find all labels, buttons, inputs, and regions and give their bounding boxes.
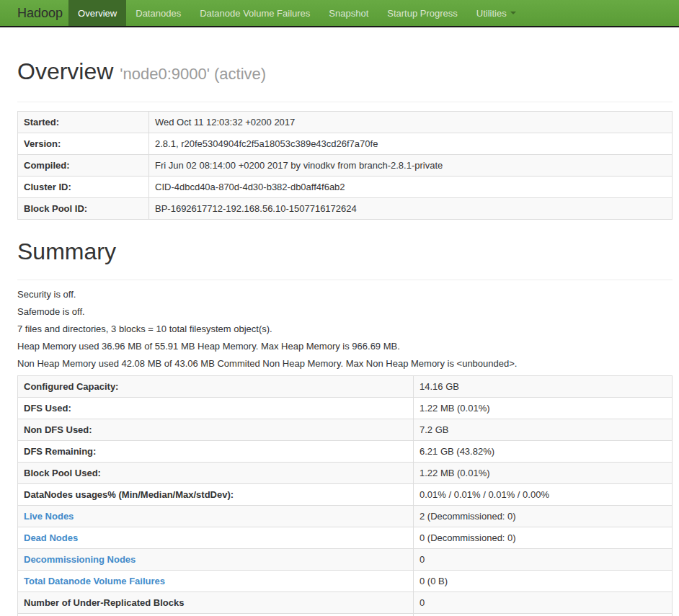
table-row: Total Datanode Volume Failures0 (0 B) (18, 571, 673, 592)
table-row: DFS Used:1.22 MB (0.01%) (18, 398, 673, 419)
divider (17, 280, 673, 280)
row-value: 0 (414, 549, 673, 571)
nav-item-utilities[interactable]: Utilities (467, 0, 525, 26)
row-label: Block Pool Used: (18, 463, 414, 484)
row-value: 7.2 GB (414, 419, 673, 441)
nav-item-label: Utilities (476, 8, 507, 19)
link-total-datanode-volume-failures[interactable]: Total Datanode Volume Failures (24, 576, 165, 586)
nav-item-label: Overview (78, 8, 117, 19)
link-dead-nodes[interactable]: Dead Nodes (24, 532, 78, 543)
row-value: 6.21 GB (43.82%) (414, 441, 673, 463)
table-row: Started:Wed Oct 11 12:03:32 +0200 2017 (18, 112, 673, 133)
table-row: DataNodes usages% (Min/Median/Max/stdDev… (18, 484, 673, 506)
summary-paragraph: Non Heap Memory used 42.08 MB of 43.06 M… (17, 358, 673, 369)
row-label: Total Datanode Volume Failures (18, 571, 414, 592)
page-title-text: Overview (17, 58, 113, 84)
row-label: Live Nodes (18, 506, 414, 527)
row-label: Non DFS Used: (18, 419, 414, 441)
table-row: Number of Under-Replicated Blocks0 (18, 592, 673, 614)
row-label: Cluster ID: (18, 177, 149, 198)
summary-paragraph: Heap Memory used 36.96 MB of 55.91 MB He… (17, 341, 673, 352)
page-title: Overview 'node0:9000' (active) (17, 58, 673, 87)
nav-item-snapshot[interactable]: Snapshot (319, 0, 378, 26)
table-row: Configured Capacity:14.16 GB (18, 376, 673, 398)
summary-paragraph: 7 files and directories, 3 blocks = 10 t… (17, 323, 673, 334)
overview-info-table: Started:Wed Oct 11 12:03:32 +0200 2017Ve… (17, 111, 673, 220)
row-label: DataNodes usages% (Min/Median/Max/stdDev… (18, 484, 414, 506)
table-row: Block Pool Used:1.22 MB (0.01%) (18, 463, 673, 484)
row-value: 2.8.1, r20fe5304904fc2f5a18053c389e43cd2… (149, 133, 673, 155)
nav-item-datanodes[interactable]: Datanodes (126, 0, 190, 26)
nav-menu: OverviewDatanodesDatanode Volume Failure… (68, 0, 525, 26)
brand-hadoop[interactable]: Hadoop (0, 0, 68, 26)
summary-paragraph: Security is off. (17, 289, 673, 300)
table-row: Compiled:Fri Jun 02 08:14:00 +0200 2017 … (18, 155, 673, 177)
row-label: Version: (18, 133, 149, 155)
row-label: Started: (18, 112, 149, 133)
nav-item-startup-progress[interactable]: Startup Progress (378, 0, 467, 26)
row-value: 1.22 MB (0.01%) (414, 398, 673, 419)
row-value: 0.01% / 0.01% / 0.01% / 0.00% (414, 484, 673, 506)
page-content: Overview 'node0:9000' (active) Started:W… (17, 58, 673, 616)
row-value: Wed Oct 11 12:03:32 +0200 2017 (149, 112, 673, 133)
nav-item-label: Snapshot (329, 8, 368, 19)
table-row: Block Pool ID:BP-1692617712-192.168.56.1… (18, 198, 673, 220)
top-navbar: Hadoop OverviewDatanodesDatanode Volume … (0, 0, 679, 27)
summary-stats-table: Configured Capacity:14.16 GBDFS Used:1.2… (17, 375, 673, 616)
nav-item-overview[interactable]: Overview (68, 0, 126, 26)
row-value: BP-1692617712-192.168.56.10-150771617262… (149, 198, 673, 220)
nav-item-label: Datanodes (136, 8, 181, 19)
row-label: DFS Used: (18, 398, 414, 419)
row-value: 1.22 MB (0.01%) (414, 463, 673, 484)
table-row: Cluster ID:CID-4dbcd40a-870d-4d30-b382-d… (18, 177, 673, 198)
nav-item-datanode-volume-failures[interactable]: Datanode Volume Failures (190, 0, 319, 26)
row-value: 0 (0 B) (414, 571, 673, 592)
namenode-address-label: 'node0:9000' (active) (120, 65, 266, 83)
nav-item-label: Datanode Volume Failures (200, 8, 310, 19)
table-row: Decommissioning Nodes0 (18, 549, 673, 571)
row-value: 2 (Decommissioned: 0) (414, 506, 673, 527)
row-value: 0 (414, 592, 673, 614)
table-row: Live Nodes2 (Decommissioned: 0) (18, 506, 673, 527)
row-label: DFS Remaining: (18, 441, 414, 463)
row-label: Configured Capacity: (18, 376, 414, 398)
row-label: Dead Nodes (18, 527, 414, 549)
table-row: Dead Nodes0 (Decommissioned: 0) (18, 527, 673, 549)
row-label: Number of Blocks Pending Deletion (18, 614, 414, 616)
row-label: Block Pool ID: (18, 198, 149, 220)
row-label: Number of Under-Replicated Blocks (18, 592, 414, 614)
row-value: Fri Jun 02 08:14:00 +0200 2017 by vinodk… (149, 155, 673, 177)
table-row: Number of Blocks Pending Deletion0 (18, 614, 673, 616)
table-row: Version:2.8.1, r20fe5304904fc2f5a18053c3… (18, 133, 673, 155)
divider (17, 102, 673, 102)
row-label: Decommissioning Nodes (18, 549, 414, 571)
summary-status-text: Security is off.Safemode is off.7 files … (17, 289, 673, 369)
summary-title: Summary (17, 238, 673, 265)
row-value: 0 (Decommissioned: 0) (414, 527, 673, 549)
row-value: 0 (414, 614, 673, 616)
summary-paragraph: Safemode is off. (17, 306, 673, 317)
chevron-down-icon (510, 12, 516, 14)
row-value: 14.16 GB (414, 376, 673, 398)
table-row: Non DFS Used:7.2 GB (18, 419, 673, 441)
row-label: Compiled: (18, 155, 149, 177)
link-decommissioning-nodes[interactable]: Decommissioning Nodes (24, 554, 136, 565)
link-live-nodes[interactable]: Live Nodes (24, 511, 74, 522)
nav-item-label: Startup Progress (387, 8, 458, 19)
row-value: CID-4dbcd40a-870d-4d30-b382-db0aff4f6ab2 (149, 177, 673, 198)
table-row: DFS Remaining:6.21 GB (43.82%) (18, 441, 673, 463)
